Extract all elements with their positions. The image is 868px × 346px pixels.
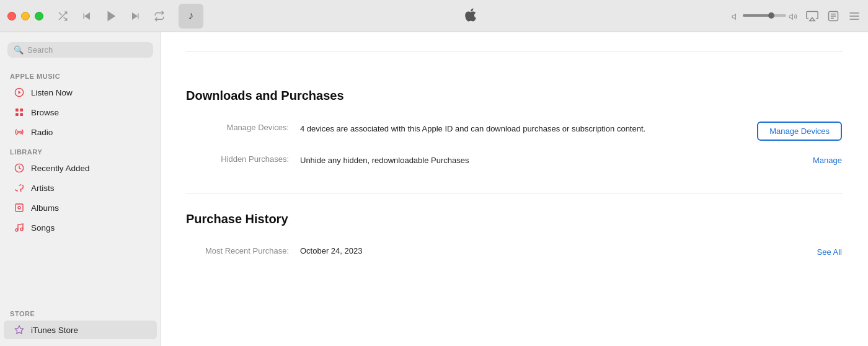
- most-recent-purchase-value: October 24, 2023: [300, 240, 481, 257]
- now-playing-button[interactable]: ♪: [179, 4, 203, 29]
- volume-slider[interactable]: [743, 14, 786, 17]
- hidden-purchases-row: Hidden Purchases: Unhide any hidden, red…: [187, 148, 842, 173]
- itunes-store-icon: [14, 324, 25, 335]
- store-section: Store iTunes Store: [0, 304, 161, 340]
- svg-marker-27: [15, 326, 23, 334]
- repeat-button[interactable]: [153, 9, 166, 23]
- manage-devices-label: Manage Devices:: [187, 117, 299, 147]
- artists-icon: [14, 182, 25, 193]
- store-section-label: Store: [0, 306, 161, 320]
- manage-devices-value: 4 devices are associated with this Apple…: [300, 117, 686, 147]
- radio-label: Radio: [31, 128, 53, 137]
- sidebar-item-itunes-store[interactable]: iTunes Store: [4, 321, 157, 339]
- artists-label: Artists: [31, 184, 55, 193]
- apple-music-section-label: Apple Music: [0, 69, 161, 82]
- listen-now-icon: [14, 87, 25, 98]
- downloads-table: Manage Devices: 4 devices are associated…: [186, 115, 843, 174]
- queue-button[interactable]: [848, 10, 861, 22]
- content-area: Downloads and Purchases Manage Devices: …: [161, 32, 868, 346]
- songs-label: Songs: [31, 223, 55, 233]
- hidden-purchases-label: Hidden Purchases:: [187, 148, 299, 173]
- itunes-store-label: iTunes Store: [31, 326, 78, 335]
- browse-icon: [14, 107, 25, 118]
- recently-added-label: Recently Added: [31, 164, 90, 173]
- svg-marker-2: [108, 11, 116, 21]
- songs-icon: [14, 222, 25, 233]
- main-layout: 🔍 Apple Music Listen Now: [0, 32, 868, 346]
- play-button[interactable]: [103, 8, 119, 24]
- svg-marker-16: [19, 91, 21, 94]
- recently-added-icon: [14, 162, 25, 174]
- sidebar-item-artists[interactable]: Artists: [4, 179, 157, 197]
- sidebar-item-browse[interactable]: Browse: [4, 103, 157, 122]
- search-icon: 🔍: [14, 45, 24, 55]
- albums-icon: [14, 202, 25, 213]
- svg-rect-20: [20, 113, 23, 116]
- svg-marker-7: [810, 17, 815, 20]
- apple-logo-area: [210, 7, 732, 24]
- sidebar-item-listen-now[interactable]: Listen Now: [4, 83, 157, 102]
- svg-point-24: [18, 206, 20, 209]
- shuffle-button[interactable]: [56, 9, 69, 23]
- volume-control[interactable]: [732, 11, 797, 20]
- manage-devices-row: Manage Devices: 4 devices are associated…: [187, 117, 842, 147]
- svg-rect-17: [16, 109, 19, 112]
- apple-logo-icon: [464, 7, 477, 24]
- most-recent-purchase-label: Most Recent Purchase:: [187, 240, 299, 257]
- sidebar: 🔍 Apple Music Listen Now: [0, 32, 161, 346]
- volume-high-icon: [789, 11, 797, 20]
- lyrics-button[interactable]: [827, 10, 839, 22]
- manage-devices-button[interactable]: Manage Devices: [757, 122, 842, 141]
- browse-label: Browse: [31, 108, 59, 117]
- svg-point-21: [19, 131, 20, 133]
- transport-controls: [56, 8, 166, 24]
- sidebar-item-albums[interactable]: Albums: [4, 198, 157, 217]
- svg-rect-18: [20, 109, 23, 112]
- manage-link-button[interactable]: Manage: [813, 156, 842, 165]
- sidebar-item-recently-added[interactable]: Recently Added: [4, 159, 157, 177]
- purchase-history-section: Purchase History Most Recent Purchase: O…: [186, 193, 843, 277]
- search-box[interactable]: 🔍: [7, 42, 153, 58]
- svg-marker-3: [138, 13, 139, 19]
- downloads-section-title: Downloads and Purchases: [186, 89, 843, 103]
- svg-point-26: [20, 228, 23, 231]
- previous-button[interactable]: [79, 9, 93, 23]
- most-recent-purchase-row: Most Recent Purchase: October 24, 2023 S…: [187, 240, 842, 257]
- svg-point-25: [16, 229, 18, 231]
- radio-icon: [14, 126, 25, 138]
- downloads-section: Downloads and Purchases Manage Devices: …: [186, 70, 843, 193]
- maximize-button[interactable]: [35, 12, 43, 20]
- listen-now-label: Listen Now: [31, 88, 73, 97]
- music-note-icon: ♪: [188, 9, 194, 22]
- svg-marker-4: [132, 12, 138, 20]
- svg-marker-5: [732, 14, 735, 19]
- search-container: 🔍: [0, 38, 161, 66]
- library-section-label: Library: [0, 144, 161, 158]
- title-bar: ♪: [0, 0, 868, 32]
- volume-low-icon: [732, 11, 740, 20]
- right-controls: [732, 10, 861, 22]
- traffic-lights: [7, 12, 43, 20]
- albums-label: Albums: [31, 203, 59, 213]
- svg-rect-19: [16, 113, 19, 116]
- see-all-button[interactable]: See All: [817, 247, 842, 257]
- sidebar-item-radio[interactable]: Radio: [4, 123, 157, 141]
- minimize-button[interactable]: [21, 12, 30, 20]
- airplay-button[interactable]: [806, 10, 818, 22]
- next-button[interactable]: [129, 9, 143, 23]
- purchase-history-table: Most Recent Purchase: October 24, 2023 S…: [186, 239, 843, 259]
- svg-marker-1: [84, 12, 90, 20]
- svg-marker-6: [789, 14, 792, 19]
- close-button[interactable]: [7, 12, 16, 20]
- purchase-history-title: Purchase History: [186, 212, 843, 226]
- top-divider: [186, 51, 843, 51]
- search-input[interactable]: [27, 45, 147, 55]
- svg-rect-23: [16, 204, 23, 211]
- hidden-purchases-value: Unhide any hidden, redownloadable Purcha…: [300, 148, 686, 173]
- svg-marker-0: [84, 13, 85, 19]
- sidebar-item-songs[interactable]: Songs: [4, 218, 157, 237]
